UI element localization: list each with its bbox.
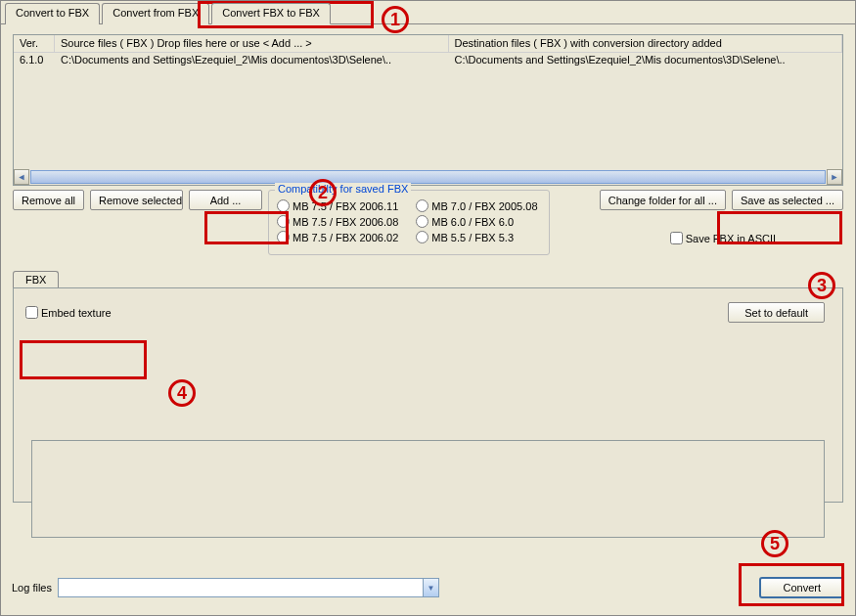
compatibility-group: Compatibilty for saved FBX MB 7.5 / FBX …	[268, 190, 550, 255]
file-list[interactable]: Ver. Source files ( FBX ) Drop files her…	[13, 34, 843, 186]
radio-mb55-53[interactable]: MB 5.5 / FBX 5.3	[416, 231, 514, 243]
add-button[interactable]: Add ...	[189, 190, 262, 210]
scroll-right-icon[interactable]: ►	[827, 169, 842, 185]
tab-content: Ver. Source files ( FBX ) Drop files her…	[1, 23, 855, 512]
change-folder-button[interactable]: Change folder for all ...	[600, 190, 726, 210]
checkbox-label: Save FBX in ASCII	[686, 233, 776, 244]
radio-mb60-60[interactable]: MB 6.0 / FBX 6.0	[416, 215, 514, 228]
file-header: Ver. Source files ( FBX ) Drop files her…	[14, 35, 842, 53]
cell-destination: C:\Documents and Settings\Ezequiel_2\Mis…	[449, 53, 843, 68]
radio-label: MB 7.5 / FBX 2006.08	[293, 216, 398, 228]
subtab-fbx[interactable]: FBX	[13, 271, 59, 287]
save-ascii-checkbox[interactable]: Save FBX in ASCII	[670, 232, 843, 244]
group-title: Compatibilty for saved FBX	[275, 183, 411, 195]
embed-texture-checkbox[interactable]: Embed texture	[25, 306, 112, 319]
radio-label: MB 7.0 / FBX 2005.08	[431, 200, 537, 212]
radio-label: MB 7.5 / FBX 2006.11	[293, 200, 398, 212]
tab-bar: Convert to FBX Convert from FBX Convert …	[1, 3, 855, 24]
tab-convert-to-fbx[interactable]: Convert to FBX	[5, 3, 100, 24]
radio-mb75-2006-11[interactable]: MB 7.5 / FBX 2006.11	[277, 199, 398, 212]
log-files-select[interactable]: ▼	[58, 578, 439, 597]
options-panel	[31, 440, 825, 538]
tab-convert-fbx-to-fbx[interactable]: Convert FBX to FBX	[211, 3, 331, 24]
scroll-left-icon[interactable]: ◄	[14, 169, 29, 185]
remove-all-button[interactable]: Remove all	[13, 190, 84, 210]
scroll-thumb[interactable]	[30, 170, 826, 184]
set-to-default-button[interactable]: Set to default	[728, 302, 825, 323]
checkbox-label: Embed texture	[41, 307, 112, 319]
fbx-panel: Embed texture Set to default	[13, 287, 843, 503]
cell-version: 6.1.0	[14, 53, 55, 68]
bottom-bar: Log files ▼ Convert	[0, 577, 856, 598]
tab-convert-from-fbx[interactable]: Convert from FBX	[102, 3, 209, 24]
col-source[interactable]: Source files ( FBX ) Drop files here or …	[55, 35, 449, 52]
app-window: Convert to FBX Convert from FBX Convert …	[0, 0, 856, 616]
save-as-selected-button[interactable]: Save as selected ...	[732, 190, 843, 210]
button-row: Remove all Remove selected Add ... Compa…	[13, 190, 843, 255]
radio-label: MB 5.5 / FBX 5.3	[431, 232, 514, 243]
log-files-label: Log files	[12, 582, 52, 594]
cell-source: C:\Documents and Settings\Ezequiel_2\Mis…	[55, 53, 449, 68]
radio-label: MB 7.5 / FBX 2006.02	[293, 232, 398, 243]
radio-label: MB 6.0 / FBX 6.0	[431, 216, 514, 228]
table-row[interactable]: 6.1.0 C:\Documents and Settings\Ezequiel…	[14, 53, 842, 68]
chevron-down-icon[interactable]: ▼	[423, 579, 438, 596]
sub-tab-bar: FBX	[13, 271, 843, 287]
horizontal-scrollbar[interactable]: ◄ ►	[14, 169, 842, 185]
col-destination[interactable]: Destination files ( FBX ) with conversio…	[449, 35, 843, 52]
convert-button[interactable]: Convert	[759, 577, 844, 598]
col-version[interactable]: Ver.	[14, 35, 55, 52]
remove-selected-button[interactable]: Remove selected	[90, 190, 183, 210]
radio-mb75-2006-02[interactable]: MB 7.5 / FBX 2006.02	[277, 231, 398, 243]
radio-mb75-2006-08[interactable]: MB 7.5 / FBX 2006.08	[277, 215, 398, 228]
radio-mb70-2005-08[interactable]: MB 7.0 / FBX 2005.08	[416, 199, 537, 212]
